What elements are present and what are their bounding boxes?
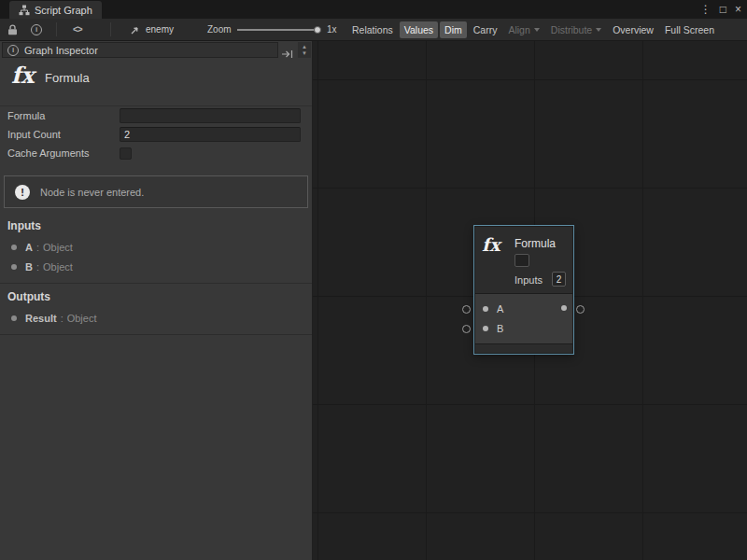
port-type: Object [43,242,73,253]
dropdown-caret-icon [534,28,540,32]
scroll-spinner[interactable]: ▲ ▼ [298,42,311,58]
port-dot [11,264,17,270]
distribute-label: Distribute [551,24,592,35]
port-dot [11,245,17,250]
script-graph-icon [19,5,30,16]
close-icon[interactable]: × [735,4,741,15]
formula-input[interactable] [120,108,301,123]
unit-title-block: fx Formula [0,58,312,106]
input-port-b[interactable] [483,326,488,331]
align-label: Align [508,24,529,35]
unity-script-graph-window: Script Graph ⋮ □ × i <> enemy Zoom [0,0,747,560]
port-label: A [497,303,503,315]
tab-script-graph[interactable]: Script Graph [9,1,102,19]
zoom-slider-knob[interactable] [314,26,321,34]
toolbar-separator [56,22,57,36]
graph-reference[interactable]: enemy [131,19,174,40]
node-formula-input[interactable] [514,254,529,267]
overview-button[interactable]: Overview [608,21,658,38]
spinner-up-icon[interactable]: ▲ [302,44,307,50]
input-count-label: Input Count [7,129,120,140]
dim-button[interactable]: Dim [440,21,467,38]
port-separator: : [61,313,63,324]
node-port-row-a: A [475,299,572,318]
graph-canvas[interactable]: fx Formula Inputs 2 A B [313,41,747,560]
input-count-input[interactable] [120,127,301,142]
code-icon[interactable]: <> [73,19,82,40]
output-port-result[interactable] [561,305,567,311]
port-name: A [25,242,33,253]
external-output-port-result[interactable] [576,305,585,314]
warning-icon: ! [15,185,30,200]
port-type: Object [43,261,73,273]
port-type: Object [67,313,97,324]
inputs-header: Inputs [0,213,312,237]
dropdown-caret-icon [596,28,601,32]
input-row-a: A : Object [0,237,312,257]
lock-icon[interactable] [7,19,18,40]
window-tab-bar: Script Graph ⋮ □ × [0,0,747,19]
warning-glyph: ! [21,187,24,198]
warning-box: ! Node is never entered. [4,175,308,208]
port-dot [11,315,17,321]
zoom-label: Zoom [207,19,232,40]
formula-label: Formula [7,110,120,121]
unit-title: Formula [45,71,90,85]
zoom-value: 1x [327,19,337,40]
graph-inspector-panel: i Graph Inspector ▲ ▼ fx Formula Formula… [0,41,313,560]
info-glyph: i [12,46,14,54]
cache-arguments-label: Cache Arguments [7,147,120,159]
formula-node[interactable]: fx Formula Inputs 2 A B [474,226,573,354]
port-separator: : [36,242,39,253]
fx-icon: fx [482,234,500,255]
input-port-a[interactable] [483,306,488,312]
formula-field-row: Formula [0,106,312,125]
info-icon[interactable]: i [31,19,42,40]
relations-button[interactable]: Relations [347,21,398,38]
toolbar-separator [110,22,111,36]
port-name: B [25,261,33,273]
values-button[interactable]: Values [400,21,438,38]
spinner-down-icon[interactable]: ▼ [302,50,307,57]
graph-reference-label: enemy [146,24,174,35]
info-icon: i [7,45,19,56]
outputs-section: Outputs Result : Object [0,284,312,335]
distribute-button[interactable]: Distribute [546,21,606,38]
inspector-header-label: Graph Inspector [24,45,98,56]
cache-arguments-checkbox[interactable] [120,147,132,160]
align-button[interactable]: Align [503,21,543,38]
port-separator: : [36,261,39,273]
maximize-icon[interactable]: □ [720,4,726,15]
inputs-section: Inputs A : Object B : Object [0,213,312,284]
output-row-result: Result : Object [0,308,312,328]
inspector-fields: Formula Input Count Cache Arguments [0,106,312,162]
node-title: Formula [514,237,556,250]
inspector-port-lists: Inputs A : Object B : Object Outputs [0,213,312,335]
kebab-menu-icon[interactable]: ⋮ [700,4,712,15]
port-name: Result [25,313,57,324]
external-input-port-b[interactable] [462,325,471,333]
node-inputs-label: Inputs [514,274,543,286]
window-controls: ⋮ □ × [700,0,741,19]
carry-button[interactable]: Carry [469,21,502,38]
zoom-slider[interactable] [237,29,317,31]
inspector-header[interactable]: i Graph Inspector [2,42,278,58]
external-input-port-a[interactable] [462,305,471,314]
pointer-icon [131,24,141,35]
node-port-row-b: B [475,318,572,338]
input-row-b: B : Object [0,257,312,276]
fx-icon: fx [11,62,35,89]
node-footer [475,343,572,352]
node-inputs-count[interactable]: 2 [552,272,566,287]
graph-toolbar: i <> enemy Zoom 1x Relations Values Dim … [0,19,747,41]
input-count-field-row: Input Count [0,125,312,144]
toolbar-buttons: Relations Values Dim Carry Align Distrib… [347,19,719,40]
info-glyph: i [35,25,37,34]
node-header[interactable]: fx Formula Inputs 2 [475,227,572,294]
warning-text: Node is never entered. [40,187,144,198]
full-screen-button[interactable]: Full Screen [660,21,719,38]
tab-label: Script Graph [35,5,92,16]
node-ports: A B [475,294,572,343]
cache-arguments-field-row: Cache Arguments [0,144,312,162]
outputs-header: Outputs [0,284,312,308]
